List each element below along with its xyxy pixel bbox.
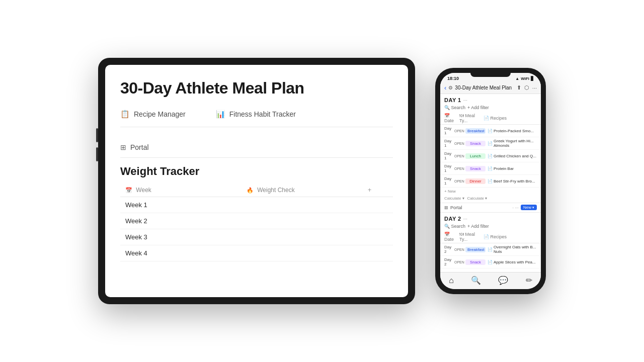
new-badge-caret: ▾: [532, 206, 534, 210]
new-badge-label: New: [523, 205, 531, 210]
meal-day: Day 2: [444, 257, 454, 266]
day-1-label: DAY 1: [444, 97, 461, 103]
meal-row: Day 2 OPEN Snack 📄 Apple Slices with Pea…: [440, 256, 541, 268]
nav-home-icon[interactable]: ⌂: [449, 276, 454, 285]
phone-device: 18:10 ▲ WiFi ▊ ‹ ⚙ 30-Day Athlete Meal P…: [435, 68, 546, 294]
meal-recipe: 📄 Greek Yogurt with Hi... Almonds: [488, 139, 537, 148]
fitness-tracker-link[interactable]: 📊 Fitness Habit Tracker: [216, 110, 296, 119]
meal-type-col-header-2: 🍽 Meal Ty...: [459, 232, 484, 242]
share-icon[interactable]: ⬆: [517, 84, 521, 91]
new-badge[interactable]: New ▾: [521, 205, 537, 210]
meal-recipe: 📄 Protein Bar: [488, 166, 537, 171]
weight-3-cell: [242, 229, 363, 245]
phone-top-actions: ⬆ ⬡ ···: [517, 84, 537, 91]
meal-type-col-header: 🍽 Meal Ty...: [459, 113, 484, 123]
actions-1-cell: [363, 197, 393, 213]
recipe-manager-icon: 📋: [120, 110, 130, 119]
recipe-icon: 📄: [488, 260, 493, 264]
meal-open-status: OPEN: [454, 248, 465, 251]
grid-icon[interactable]: ⬡: [524, 84, 529, 91]
actions-3-cell: [363, 229, 393, 245]
meal-type-badge: Snack: [465, 166, 486, 171]
meal-day: Day 2: [444, 245, 454, 254]
add-column-icon[interactable]: +: [368, 186, 372, 194]
phone-page-title: 30-Day Athlete Meal Plan: [455, 85, 514, 90]
nav-edit-icon[interactable]: ✏: [526, 276, 532, 285]
tablet-side-buttons: [96, 128, 98, 161]
weight-tracker-title: Weight Tracker: [120, 165, 393, 178]
signal-icon: ▲: [515, 76, 519, 81]
table-row: Week 2: [120, 213, 393, 229]
actions-column-header: +: [363, 183, 393, 197]
weight-tracker-table: 📅 Week 🔥 Weight Check + Week 1: [120, 183, 393, 261]
calculate-btn-2[interactable]: Calculate ▾: [467, 196, 488, 201]
meal-recipe: 📄 Grilled Chicken and Q...: [488, 154, 537, 158]
search-filter-btn-2[interactable]: 🔍 Search: [444, 224, 465, 229]
meal-row: Day 1 OPEN Dinner 📄 Beef Stir-Fry with B…: [440, 175, 541, 188]
week-1-cell: Week 1: [120, 197, 242, 213]
meal-day: Day 1: [444, 176, 454, 186]
week-column-header: 📅 Week: [120, 183, 242, 197]
meal-open-status: OPEN: [454, 179, 465, 183]
portal-icon: ⊞: [120, 143, 126, 151]
table-row: Week 4: [120, 245, 393, 261]
day-2-label: DAY 2: [444, 216, 461, 222]
calculate-row: Calculate ▾ Calculate ▾: [440, 195, 541, 203]
nav-inbox-icon[interactable]: 💬: [498, 276, 508, 285]
phone-screen: 18:10 ▲ WiFi ▊ ‹ ⚙ 30-Day Athlete Meal P…: [440, 73, 541, 289]
add-filter-btn[interactable]: + Add filter: [467, 105, 489, 110]
day-2-filter-row: 🔍 Search + Add filter: [440, 223, 541, 231]
actions-2-cell: [363, 213, 393, 229]
meal-day: Day 1: [444, 164, 454, 173]
actions-4-cell: [363, 245, 393, 261]
phone-nav-bar: ⌂ 🔍 💬 ✏: [440, 272, 541, 289]
search-filter-btn[interactable]: 🔍 Search: [444, 105, 465, 110]
meal-open-status: OPEN: [454, 142, 465, 145]
battery-icon: ▊: [531, 76, 534, 81]
meal-type-badge: Breakfast: [465, 128, 486, 134]
more-icon[interactable]: ···: [532, 85, 537, 91]
meal-type-badge: Breakfast: [465, 247, 486, 252]
week-3-cell: Week 3: [120, 229, 242, 245]
meal-row: Day 2 OPEN Breakfast 📄 Overnight Oats wi…: [440, 243, 541, 256]
add-filter-btn-2[interactable]: + Add filter: [467, 224, 489, 229]
meal-row: Day 1 OPEN Breakfast 📄 Protein-Packed Sm…: [440, 125, 541, 137]
table-row: Week 3: [120, 229, 393, 245]
weight-column-header: 🔥 Weight Check: [242, 183, 363, 197]
portal-phone-row: ⊞ Portal · ··· New ▾: [440, 203, 541, 213]
nav-search-icon[interactable]: 🔍: [471, 276, 481, 285]
fitness-tracker-label: Fitness Habit Tracker: [229, 110, 296, 118]
week-2-cell: Week 2: [120, 213, 242, 229]
fitness-tracker-icon: 📊: [216, 110, 225, 119]
tablet-volume-up: [96, 128, 98, 142]
day-2-dots[interactable]: ···: [463, 216, 467, 222]
meal-type-badge: Snack: [465, 141, 486, 146]
day-1-section: DAY 1 ··· 🔍 Search + Add filter 📅 Date 🍽…: [440, 94, 541, 213]
day-1-dots[interactable]: ···: [463, 98, 467, 103]
add-new-meal-btn[interactable]: + New: [440, 188, 541, 195]
weight-1-cell: [242, 197, 363, 213]
recipe-icon: 📄: [488, 154, 493, 158]
wifi-icon: WiFi: [521, 76, 529, 81]
meal-type-badge: Snack: [465, 259, 486, 265]
tablet-links-row: 📋 Recipe Manager 📊 Fitness Habit Tracker: [120, 110, 393, 127]
meal-type-badge: Lunch: [465, 153, 486, 159]
recipe-manager-link[interactable]: 📋 Recipe Manager: [120, 110, 186, 119]
table-row: Week 1: [120, 197, 393, 213]
week-4-cell: Week 4: [120, 245, 242, 261]
meal-row: Day 1 OPEN Snack 📄 Greek Yogurt with Hi.…: [440, 137, 541, 150]
day-1-header: DAY 1 ···: [440, 94, 541, 104]
phone-content[interactable]: DAY 1 ··· 🔍 Search + Add filter 📅 Date 🍽…: [440, 94, 541, 272]
weight-2-cell: [242, 213, 363, 229]
meal-recipe: 📄 Apple Slices with Pea...: [488, 260, 537, 264]
portal-row[interactable]: ⊞ Portal: [120, 137, 393, 158]
back-icon[interactable]: ‹: [444, 84, 446, 92]
portal-dots[interactable]: · ···: [512, 205, 519, 210]
day-2-table-header: 📅 Date 🍽 Meal Ty... 📄 Recipes: [440, 231, 541, 243]
calculate-btn-1[interactable]: Calculate ▾: [444, 196, 464, 201]
portal-phone-icon: ⊞: [444, 205, 448, 210]
day-2-section: DAY 2 ··· 🔍 Search + Add filter 📅 Date 🍽…: [440, 213, 541, 268]
portal-phone-label: Portal: [450, 205, 510, 210]
tablet-device: 30-Day Athlete Meal Plan 📋 Recipe Manage…: [98, 58, 415, 304]
meal-open-status: OPEN: [454, 154, 465, 158]
